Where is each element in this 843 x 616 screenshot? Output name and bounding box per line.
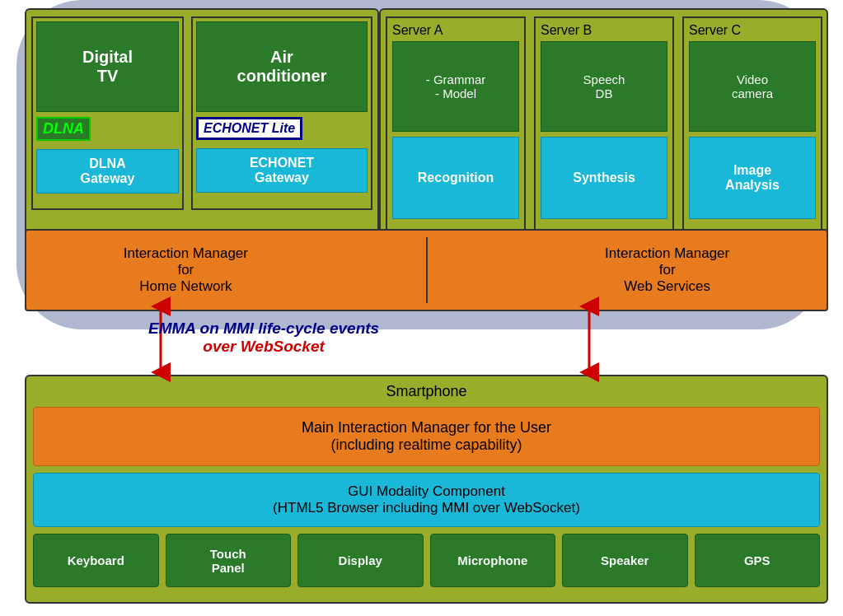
manager-divider [426,237,428,303]
home-network-manager: Interaction Manager for Home Network [107,237,265,303]
main-interaction-manager-box: Main Interaction Manager for the User (i… [33,407,820,466]
gui-modality-box: GUI Modality Component (HTML5 Browser in… [33,473,820,527]
server-a-label: Server A [392,23,519,38]
recognition-box: Recognition [392,137,519,219]
echonet-badge: ECHONET Lite [196,117,302,140]
speaker-box: Speaker [562,534,688,587]
synthesis-box: Synthesis [541,137,667,219]
air-conditioner-section: Air conditioner ECHONET Lite ECHONET Gat… [191,16,372,210]
devices-row: Keyboard Touch Panel Display Microphone … [33,534,820,587]
gps-box: GPS [695,534,821,587]
echonet-gateway-box: ECHONET Gateway [196,148,368,193]
server-b-label: Server B [541,23,667,38]
digital-tv-box: Digital TV [36,21,179,112]
server-c-column: Server C Video camera Image Analysis [682,16,822,231]
server-a-top-box: - Grammar - Model [392,41,519,132]
dlna-gateway-box: DLNA Gateway [36,149,179,194]
emma-annotation: EMMA on MMI life-cycle events over WebSo… [148,320,379,356]
servers-section: Server A - Grammar - Model Recognition S… [379,8,828,239]
image-analysis-box: Image Analysis [689,137,816,219]
interaction-managers-bar: Interaction Manager for Home Network Int… [25,229,828,311]
server-a-column: Server A - Grammar - Model Recognition [386,16,526,231]
diagram-container: Digital TV DLNA DLNA Gateway Air conditi… [0,0,843,616]
air-conditioner-box: Air conditioner [196,21,368,112]
microphone-box: Microphone [430,534,556,587]
right-arrow [577,298,602,384]
home-network-section: Digital TV DLNA DLNA Gateway Air conditi… [25,8,379,239]
dlna-badge: DLNA [36,117,91,141]
smartphone-label: Smartphone [33,383,820,400]
server-b-top-box: Speech DB [541,41,667,132]
server-b-column: Server B Speech DB Synthesis [534,16,674,231]
server-c-label: Server C [689,23,816,38]
emma-line2: over WebSocket [148,338,379,356]
web-services-manager: Interaction Manager for Web Services [588,237,746,303]
smartphone-section: Smartphone Main Interaction Manager for … [25,375,828,604]
emma-line1: EMMA on MMI life-cycle events [148,320,379,338]
server-c-top-box: Video camera [689,41,816,132]
keyboard-box: Keyboard [33,534,159,587]
digital-tv-section: Digital TV DLNA DLNA Gateway [31,16,184,210]
touch-panel-box: Touch Panel [166,534,292,587]
display-box: Display [297,534,424,587]
